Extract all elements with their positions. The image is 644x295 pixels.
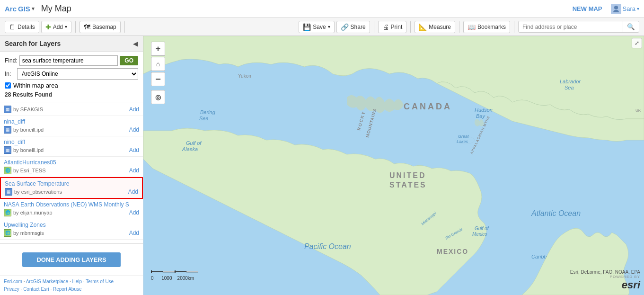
layer-icon: ▦ — [4, 106, 11, 113]
panel-header: Search for Layers ◀ — [0, 36, 143, 52]
find-input[interactable] — [19, 55, 118, 66]
result-name[interactable]: Upwelling Zones — [4, 222, 46, 228]
toolbar-separator-6 — [514, 21, 514, 33]
new-map-button[interactable]: NEW MAP — [573, 5, 602, 12]
result-name[interactable]: NASA Earth Observations (NEO) WMS Monthl… — [4, 201, 129, 208]
toolbar-separator-5 — [459, 21, 459, 33]
footer-link-terms[interactable]: Terms of Use — [86, 279, 114, 284]
done-btn-container: DONE ADDING LAYERS — [0, 244, 143, 276]
bookmarks-label: Bookmarks — [477, 24, 506, 30]
measure-label: Measure — [429, 24, 451, 30]
print-button[interactable]: 🖨 Print — [378, 21, 407, 33]
locate-button[interactable]: ◎ — [151, 90, 165, 104]
in-select[interactable]: ArcGIS Online My Organization My Content — [17, 68, 138, 80]
result-name[interactable]: nina_diff — [4, 118, 25, 125]
add-button[interactable]: ✚ Add ▾ — [41, 21, 71, 33]
list-item[interactable]: nino_diff ▦ by boneill.ipd Add — [0, 136, 143, 157]
user-menu[interactable]: Sara ▾ — [611, 4, 639, 14]
results-list[interactable]: ▦ by SEAKGIS Add nina_diff ▦ by boneill.… — [0, 102, 143, 244]
search-form: Find: GO In: ArcGIS Online My Organizati… — [0, 52, 143, 102]
footer-link-privacy[interactable]: Privacy — [4, 286, 19, 292]
add-link[interactable]: Add — [129, 167, 139, 174]
svg-text:UK: UK — [635, 108, 641, 113]
zoom-out-button[interactable]: − — [151, 72, 165, 86]
result-meta: 🌐 by elijah.munyao — [4, 209, 53, 216]
zoom-in-button[interactable]: + — [151, 42, 165, 56]
add-link[interactable]: Add — [128, 188, 138, 195]
zoom-out-icon: − — [155, 74, 161, 84]
toolbar-separator-2 — [124, 21, 125, 33]
search-address-input[interactable] — [519, 22, 623, 32]
search-address-box: 🔍 — [518, 21, 639, 33]
measure-button[interactable]: 📐 Measure — [415, 21, 455, 33]
panel-title: Search for Layers — [5, 40, 61, 47]
within-map-area-checkbox[interactable] — [5, 82, 11, 89]
save-button[interactable]: 💾 Save ▾ — [299, 21, 334, 33]
svg-text:Great: Great — [458, 134, 469, 139]
map-controls: + ⌂ − ◎ — [151, 42, 165, 104]
list-item[interactable]: NASA Earth Observations (NEO) WMS Monthl… — [0, 199, 143, 219]
toolbar-separator-4 — [410, 21, 411, 33]
basemap-button[interactable]: 🗺 Basemap — [79, 21, 121, 33]
home-button[interactable]: ⌂ — [151, 57, 165, 71]
details-button[interactable]: 🗒 Details — [5, 21, 39, 33]
result-name[interactable]: Sea Surface Temperature — [5, 180, 70, 187]
find-label: Find: — [5, 57, 18, 64]
toolbar: 🗒 Details ✚ Add ▾ 🗺 Basemap 💾 Save ▾ 🔗 S… — [0, 18, 644, 36]
add-link[interactable]: Add — [129, 147, 139, 153]
page-title: My Map — [41, 4, 71, 14]
result-meta: 🌐 by mbnmsgis — [4, 229, 44, 237]
map-area: Bering Sea Gulf of Alaska Pacific Ocean … — [143, 36, 644, 295]
result-name[interactable]: AtlanticHurricanes05 — [4, 159, 56, 166]
arcgis-dropdown-arrow[interactable]: ▾ — [32, 6, 35, 12]
layer-icon: 🌐 — [4, 167, 11, 174]
locate-icon: ◎ — [155, 94, 161, 100]
result-meta: ▦ by boneill.ipd — [4, 126, 44, 134]
arcgis-logo: ArcGIS ▾ — [5, 5, 35, 13]
add-link[interactable]: Add — [129, 126, 139, 133]
footer-link-abuse[interactable]: Report Abuse — [53, 286, 82, 292]
svg-text:UNITED: UNITED — [389, 171, 426, 179]
topbar: ArcGIS ▾ My Map NEW MAP Sara ▾ — [0, 0, 644, 18]
add-link[interactable]: Add — [129, 209, 139, 216]
footer-link-marketplace[interactable]: ArcGIS Marketplace — [26, 279, 68, 284]
done-adding-layers-button[interactable]: DONE ADDING LAYERS — [22, 252, 120, 267]
share-button[interactable]: 🔗 Share — [336, 21, 370, 33]
search-address-icon: 🔍 — [627, 23, 635, 30]
svg-text:Mexico: Mexico — [472, 232, 487, 237]
footer-link-esri[interactable]: Esri.com — [4, 279, 22, 284]
add-arrow: ▾ — [65, 24, 67, 29]
in-label: In: — [5, 71, 15, 77]
add-link[interactable]: Add — [129, 230, 139, 236]
scale-label: 0 1000 2000km — [151, 276, 194, 281]
scale-bar: 0 1000 2000km — [151, 268, 198, 281]
svg-text:Hudson: Hudson — [475, 107, 493, 113]
layer-icon: ▦ — [4, 126, 11, 134]
result-name[interactable]: nino_diff — [4, 139, 25, 145]
basemap-icon: 🗺 — [84, 23, 90, 31]
scale-text: 0 1000 2000km — [151, 276, 194, 281]
go-button[interactable]: GO — [120, 56, 138, 65]
list-item[interactable]: ▦ by SEAKGIS Add — [0, 102, 143, 116]
list-item-selected[interactable]: Sea Surface Temperature ▦ by esri_observ… — [0, 177, 143, 199]
list-item[interactable]: AtlanticHurricanes05 🌐 by Esri_TESS Add — [0, 157, 143, 177]
svg-rect-36 — [163, 271, 175, 272]
user-icon — [611, 4, 621, 14]
add-link[interactable]: Add — [129, 106, 139, 113]
list-item[interactable]: Upwelling Zones 🌐 by mbnmsgis Add — [0, 219, 143, 240]
bookmarks-button[interactable]: 📖 Bookmarks — [463, 21, 510, 33]
share-label: Share — [351, 24, 366, 30]
svg-text:Gulf of: Gulf of — [475, 226, 489, 231]
footer-link-contact[interactable]: Contact Esri — [23, 286, 49, 292]
print-label: Print — [391, 24, 403, 30]
svg-text:Labrador: Labrador — [560, 79, 581, 84]
left-panel: Search for Layers ◀ Find: GO In: ArcGIS … — [0, 36, 143, 295]
print-icon: 🖨 — [382, 23, 389, 31]
footer-link-help[interactable]: Help — [72, 279, 82, 284]
search-address-button[interactable]: 🔍 — [623, 21, 639, 32]
map-expand-button[interactable]: ⤢ — [632, 38, 642, 48]
list-item[interactable]: nina_diff ▦ by boneill.ipd Add — [0, 116, 143, 136]
home-icon: ⌂ — [156, 61, 160, 67]
svg-text:Lakes: Lakes — [457, 139, 468, 144]
panel-collapse-button[interactable]: ◀ — [133, 40, 138, 47]
